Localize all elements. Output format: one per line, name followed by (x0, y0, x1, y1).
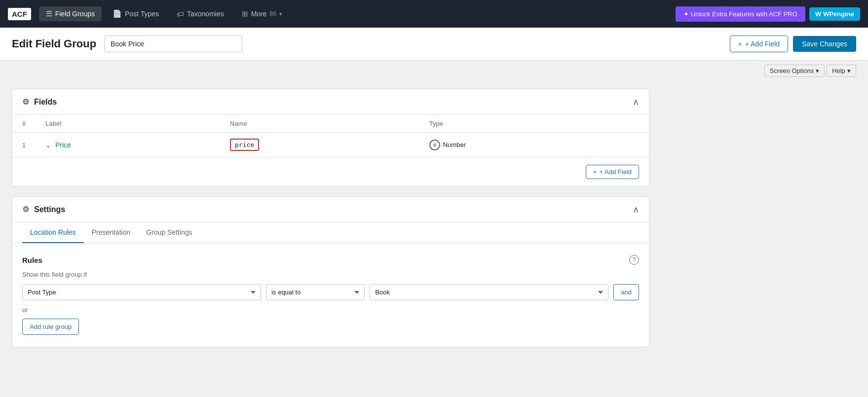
table-row: 1 Price price # Number (12, 133, 649, 157)
settings-tabs: Location Rules Presentation Group Settin… (12, 222, 649, 243)
add-rule-group-button[interactable]: Add rule group (22, 319, 79, 335)
plus-icon-sm: + (593, 168, 597, 176)
add-field-header-label: + Add Field (745, 40, 780, 48)
field-expand-chevron-icon[interactable] (45, 141, 53, 149)
wpengine-logo: W WPengine (809, 7, 860, 21)
fields-table: # Label Name Type 1 Price price (12, 115, 649, 157)
screen-options-button[interactable]: Screen Options ▾ (764, 65, 825, 77)
field-groups-label: Field Groups (55, 10, 95, 18)
screen-options-bar: Screen Options ▾ Help ▾ (0, 61, 868, 81)
settings-panel-title: ⚙ Settings (22, 205, 65, 214)
field-row-label-cell: Price (36, 133, 220, 157)
plus-icon: + (738, 40, 742, 48)
help-chevron-icon: ▾ (847, 67, 851, 74)
header-actions: + + Add Field Save Changes (730, 36, 856, 52)
number-type-icon: # (429, 140, 440, 150)
fields-panel: ⚙ Fields ∧ # Label Name Type 1 (12, 89, 649, 186)
col-type: Type (419, 115, 649, 133)
screen-options-label: Screen Options (770, 67, 814, 74)
main-content: ⚙ Fields ∧ # Label Name Type 1 (0, 81, 661, 365)
tab-presentation[interactable]: Presentation (84, 222, 139, 243)
page-title: Edit Field Group (12, 37, 96, 50)
fields-panel-collapse-button[interactable]: ∧ (633, 98, 639, 107)
show-if-label: Show this field group if (22, 271, 639, 278)
field-row-number: 1 (12, 133, 36, 157)
col-name: Name (220, 115, 419, 133)
or-label: or (22, 306, 639, 314)
settings-title-label: Settings (34, 205, 65, 214)
save-changes-button[interactable]: Save Changes (793, 36, 856, 52)
settings-panel-collapse-button[interactable]: ∧ (633, 205, 639, 214)
field-num-value: 1 (22, 142, 26, 149)
field-label-link[interactable]: Price (55, 141, 71, 149)
help-label: Help (832, 67, 845, 74)
help-button[interactable]: Help ▾ (827, 65, 856, 77)
fields-table-header-row: # Label Name Type (12, 115, 649, 133)
more-icon: ⊞ (242, 9, 248, 18)
wpengine-icon: W (815, 10, 821, 18)
rule-operator-select[interactable]: is equal to is not equal to (266, 284, 365, 300)
rules-section-label: Rules (22, 256, 42, 264)
add-field-header-button[interactable]: + + Add Field (730, 36, 789, 52)
screen-options-chevron-icon: ▾ (816, 67, 819, 74)
add-field-bottom-button[interactable]: + + Add Field (586, 165, 639, 179)
nav-tab-taxonomies[interactable]: 🏷 Taxonomies (170, 7, 231, 21)
rules-help-icon[interactable]: ? (629, 255, 639, 265)
wpengine-label: WPengine (823, 10, 854, 18)
settings-gear-icon: ⚙ (22, 205, 29, 214)
col-num: # (12, 115, 36, 133)
post-types-label: Post Types (125, 10, 159, 18)
settings-panel: ⚙ Settings ∧ Location Rules Presentation… (12, 196, 649, 347)
rule-value-select[interactable]: Book Post Page Product (370, 284, 608, 300)
rules-header: Rules ? (22, 255, 639, 265)
fields-panel-title: ⚙ Fields (22, 97, 57, 107)
post-types-icon: 📄 (113, 9, 122, 18)
fields-title-label: Fields (34, 98, 57, 107)
more-count: 88 (270, 10, 276, 17)
col-label: Label (36, 115, 220, 133)
fields-panel-footer: + + Add Field (12, 157, 649, 186)
and-button[interactable]: and (613, 284, 639, 300)
nav-tab-more[interactable]: ⊞ More 88 ▾ (235, 6, 289, 21)
field-row-name-cell: price (220, 133, 419, 157)
unlock-acf-pro-button[interactable]: ✦ Unlock Extra Features with ACF PRO (676, 6, 805, 22)
field-type-label: Number (443, 141, 466, 148)
nav-tab-post-types[interactable]: 📄 Post Types (106, 6, 166, 21)
tab-group-settings[interactable]: Group Settings (138, 222, 200, 243)
fields-gear-icon: ⚙ (22, 97, 29, 107)
settings-body: Rules ? Show this field group if Post Ty… (12, 243, 649, 347)
field-name-badge: price (230, 139, 259, 151)
rule-row: Post Type Page User Taxonomy is equal to… (22, 284, 639, 300)
taxonomies-icon: 🏷 (177, 10, 184, 18)
fields-panel-header: ⚙ Fields ∧ (12, 89, 649, 115)
more-chevron-icon: ▾ (279, 11, 282, 17)
field-group-name-input[interactable] (104, 36, 242, 52)
acf-logo: ACF (8, 8, 31, 20)
rule-condition-select[interactable]: Post Type Page User Taxonomy (22, 284, 261, 300)
field-row-type-cell: # Number (419, 133, 649, 157)
nav-tab-field-groups[interactable]: ☰ Field Groups (39, 6, 102, 21)
more-label: More (251, 10, 267, 18)
tab-location-rules[interactable]: Location Rules (22, 222, 84, 243)
field-type-container: # Number (429, 140, 639, 150)
top-navigation: ACF ☰ Field Groups 📄 Post Types 🏷 Taxono… (0, 0, 868, 28)
add-field-bottom-label: + Add Field (600, 168, 632, 176)
page-header: Edit Field Group + + Add Field Save Chan… (0, 28, 868, 61)
settings-panel-header: ⚙ Settings ∧ (12, 197, 649, 222)
field-groups-icon: ☰ (46, 9, 52, 18)
taxonomies-label: Taxonomies (187, 10, 224, 18)
